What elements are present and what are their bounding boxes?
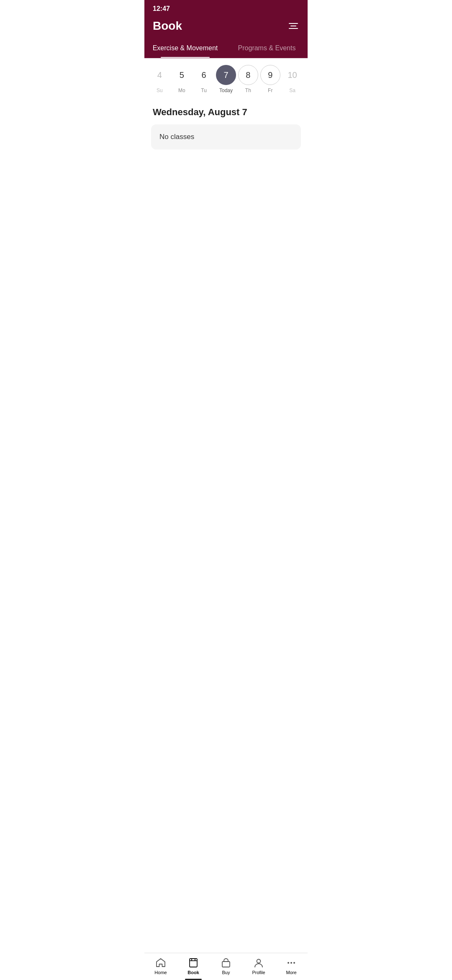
calendar-row: 4 Su 5 Mo 6 Tu 7 Today 8 — [144, 58, 308, 100]
day-item-6[interactable]: 6 Tu — [194, 65, 214, 93]
day-label-10: Sa — [289, 88, 295, 93]
day-number-5: 5 — [172, 65, 192, 85]
no-classes-message: No classes — [159, 133, 194, 141]
page-title: Book — [153, 19, 182, 33]
day-number-8: 8 — [238, 65, 258, 85]
day-label-5: Mo — [178, 88, 185, 93]
day-label-8: Th — [245, 88, 251, 93]
selected-date-heading: Wednesday, August 7 — [144, 100, 308, 121]
days-row: 4 Su 5 Mo 6 Tu 7 Today 8 — [149, 65, 303, 93]
day-number-6: 6 — [194, 65, 214, 85]
day-label-9: Fr — [268, 88, 272, 93]
day-number-10: 10 — [282, 65, 303, 85]
day-item-8[interactable]: 8 Th — [238, 65, 258, 93]
day-item-7[interactable]: 7 Today — [216, 65, 236, 93]
day-number-4: 4 — [149, 65, 170, 85]
day-item-4[interactable]: 4 Su — [149, 65, 170, 93]
day-number-7: 7 — [216, 65, 236, 85]
day-item-5[interactable]: 5 Mo — [172, 65, 192, 93]
filter-button[interactable] — [288, 20, 299, 32]
day-number-9: 9 — [260, 65, 280, 85]
tab-bar: Exercise & Movement Programs & Events — [144, 39, 308, 58]
header: Book — [144, 16, 308, 39]
day-label-today: Today — [219, 88, 233, 93]
day-label-6: Tu — [201, 88, 207, 93]
status-time: 12:47 — [153, 5, 170, 12]
day-item-10[interactable]: 10 Sa — [282, 65, 303, 93]
status-bar: 12:47 — [144, 0, 308, 16]
day-item-9[interactable]: 9 Fr — [260, 65, 280, 93]
tab-programs-events[interactable]: Programs & Events — [226, 39, 308, 58]
day-label-4: Su — [157, 88, 163, 93]
content-area: No classes — [144, 121, 308, 153]
no-classes-card: No classes — [151, 124, 301, 150]
tab-exercise-movement[interactable]: Exercise & Movement — [144, 39, 226, 58]
